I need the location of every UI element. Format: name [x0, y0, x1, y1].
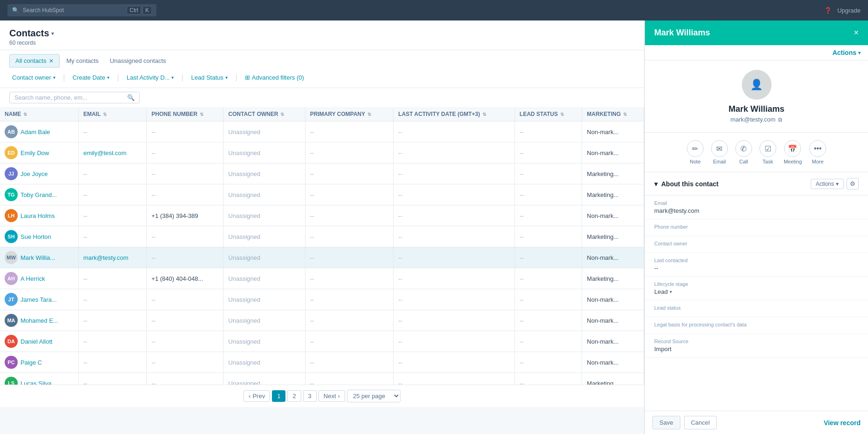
more-action[interactable]: ••• More	[809, 140, 826, 164]
panel-actions-button[interactable]: Actions ▾	[833, 49, 861, 56]
contact-name-link[interactable]: Mark Willia...	[20, 254, 55, 261]
cell-company: --	[305, 184, 393, 205]
page-3-button[interactable]: 3	[303, 390, 317, 402]
copy-email-icon[interactable]: ⧉	[778, 116, 782, 123]
contact-name-link[interactable]: James Tara...	[20, 296, 57, 303]
last-activity-filter[interactable]: Last Activity D... ▾	[124, 72, 176, 83]
table-row[interactable]: TG Toby Grand... -- -- Unassigned -- -- …	[0, 184, 644, 205]
contact-name-link[interactable]: Laura Holms	[20, 212, 55, 219]
contact-name-link[interactable]: A Herrick	[20, 275, 45, 282]
per-page-select[interactable]: 25 per page 50 per page 100 per page	[347, 390, 400, 402]
tab-my-contacts[interactable]: My contacts	[61, 54, 104, 67]
note-action[interactable]: ✏ Note	[687, 140, 704, 164]
task-action[interactable]: ☑ Task	[760, 140, 776, 164]
contact-name-link[interactable]: Toby Grand...	[20, 191, 57, 198]
col-marketing[interactable]: MARKETING ⇅	[582, 107, 644, 122]
cell-phone: --	[147, 331, 224, 352]
field-lead-status: Lead status	[645, 300, 868, 317]
close-panel-button[interactable]: ×	[854, 28, 859, 38]
record-count: 60 records	[9, 40, 635, 46]
table-row[interactable]: MW Mark Willia... mark@testy.com -- Unas…	[0, 247, 644, 268]
cell-name: LH Laura Holms	[0, 205, 78, 226]
table-row[interactable]: LH Laura Holms -- +1 (384) 394-389 Unass…	[0, 205, 644, 226]
tab-all-contacts[interactable]: All contacts ✕	[9, 54, 60, 68]
contact-name-link[interactable]: Daniel Allott	[20, 338, 53, 345]
email-link[interactable]: mark@testy.com	[83, 254, 129, 261]
cell-lead-status: --	[515, 184, 582, 205]
next-page-button[interactable]: Next ›	[319, 390, 345, 402]
contact-name-link[interactable]: Paige C	[20, 359, 42, 366]
gear-settings-button[interactable]: ⚙	[847, 178, 859, 190]
col-name[interactable]: NAME ⇅	[0, 107, 78, 122]
avatar: LH	[5, 209, 18, 222]
col-company[interactable]: PRIMARY COMPANY ⇅	[305, 107, 393, 122]
global-search[interactable]: 🔍 Search HubSpot Ctrl K	[7, 4, 156, 16]
col-phone[interactable]: PHONE NUMBER ⇅	[147, 107, 224, 122]
contact-name-link[interactable]: Sue Horton	[20, 233, 51, 240]
more-icon: •••	[809, 140, 826, 157]
page-2-button[interactable]: 2	[287, 390, 301, 402]
table-row[interactable]: AB Adam Bale -- -- Unassigned -- -- -- N…	[0, 122, 644, 142]
upgrade-button[interactable]: Upgrade	[837, 7, 861, 14]
contact-owner-filter[interactable]: Contact owner ▾	[9, 72, 58, 83]
table-row[interactable]: MA Mohamed E... -- -- Unassigned -- -- -…	[0, 310, 644, 331]
collapse-icon[interactable]: ▾	[654, 180, 658, 188]
page-header: Contacts ▾ 60 records	[0, 20, 644, 50]
filter-tabs: All contacts ✕ My contacts Unassigned co…	[0, 50, 644, 68]
contact-name-link[interactable]: Joe Joyce	[20, 170, 48, 177]
cell-last-activity: --	[393, 268, 515, 289]
call-action[interactable]: ✆ Call	[735, 140, 752, 164]
table-row[interactable]: PC Paige C -- -- Unassigned -- -- -- Non…	[0, 352, 644, 373]
page-title-dropdown[interactable]: ▾	[51, 30, 54, 37]
contact-name-link[interactable]: Adam Bale	[20, 129, 50, 136]
actions-chevron-icon: ▾	[858, 50, 861, 55]
table-row[interactable]: DA Daniel Allott -- -- Unassigned -- -- …	[0, 331, 644, 352]
avatar: MW	[5, 251, 18, 264]
col-email[interactable]: EMAIL ⇅	[78, 107, 146, 122]
tab-all-contacts-label: All contacts	[15, 57, 46, 64]
detail-panel-footer: Save Cancel View record	[645, 411, 868, 434]
col-lead-status[interactable]: LEAD STATUS ⇅	[515, 107, 582, 122]
prev-page-button[interactable]: ‹ Prev	[244, 390, 270, 402]
cell-lead-status: --	[515, 205, 582, 226]
cell-lead-status: --	[515, 331, 582, 352]
col-owner[interactable]: CONTACT OWNER ⇅	[224, 107, 305, 122]
pagination-bar: ‹ Prev 1 2 3 Next › 25 per page 50 per p…	[0, 385, 644, 407]
avatar: DA	[5, 335, 18, 348]
contact-search-box[interactable]: Search name, phone, em... 🔍	[9, 92, 140, 103]
search-icon: 🔍	[12, 7, 19, 14]
lead-status-filter[interactable]: Lead Status ▾	[188, 72, 230, 83]
search-submit-icon[interactable]: 🔍	[127, 94, 135, 101]
save-button[interactable]: Save	[652, 416, 680, 429]
cell-marketing: Marketing...	[582, 184, 644, 205]
cell-company: --	[305, 310, 393, 331]
table-row[interactable]: SH Sue Horton -- -- Unassigned -- -- -- …	[0, 226, 644, 247]
cell-last-activity: --	[393, 163, 515, 184]
meeting-action[interactable]: 📅 Meeting	[784, 140, 802, 164]
about-section: ▾ About this contact Actions ▾ ⚙ Email m…	[645, 172, 868, 358]
contact-name-link[interactable]: Mohamed E...	[20, 317, 58, 324]
avatar: JJ	[5, 167, 18, 180]
page-1-button[interactable]: 1	[272, 390, 285, 402]
cancel-button[interactable]: Cancel	[684, 416, 717, 429]
chevron-down-icon: ▾	[53, 75, 55, 80]
table-row[interactable]: LS Lucas Silva -- -- Unassigned -- -- --…	[0, 373, 644, 385]
about-actions-button[interactable]: Actions ▾	[811, 179, 844, 189]
advanced-filters-btn[interactable]: ⊞ Advanced filters (0)	[242, 72, 307, 83]
table-row[interactable]: ED Emily Dow emily@test.com -- Unassigne…	[0, 142, 644, 163]
col-last-activity[interactable]: LAST ACTIVITY DATE (GMT+3) ⇅	[393, 107, 515, 122]
avatar: PC	[5, 356, 18, 369]
tab-close-icon[interactable]: ✕	[49, 58, 54, 64]
email-link[interactable]: emily@test.com	[83, 149, 127, 156]
lifecycle-dropdown-icon[interactable]: ▾	[670, 289, 672, 294]
tab-unassigned-contacts[interactable]: Unassigned contacts	[104, 54, 172, 67]
table-row[interactable]: JJ Joe Joyce -- -- Unassigned -- -- -- M…	[0, 163, 644, 184]
email-action[interactable]: ✉ Email	[711, 140, 728, 164]
create-date-filter[interactable]: Create Date ▾	[70, 72, 112, 83]
contact-name-link[interactable]: Lucas Silva	[20, 380, 51, 385]
table-row[interactable]: JT James Tara... -- -- Unassigned -- -- …	[0, 289, 644, 310]
contact-name-link[interactable]: Emily Dow	[20, 149, 49, 156]
view-record-button[interactable]: View record	[824, 419, 861, 427]
table-row[interactable]: AH A Herrick -- +1 (840) 404-048... Unas…	[0, 268, 644, 289]
cell-phone: --	[147, 310, 224, 331]
